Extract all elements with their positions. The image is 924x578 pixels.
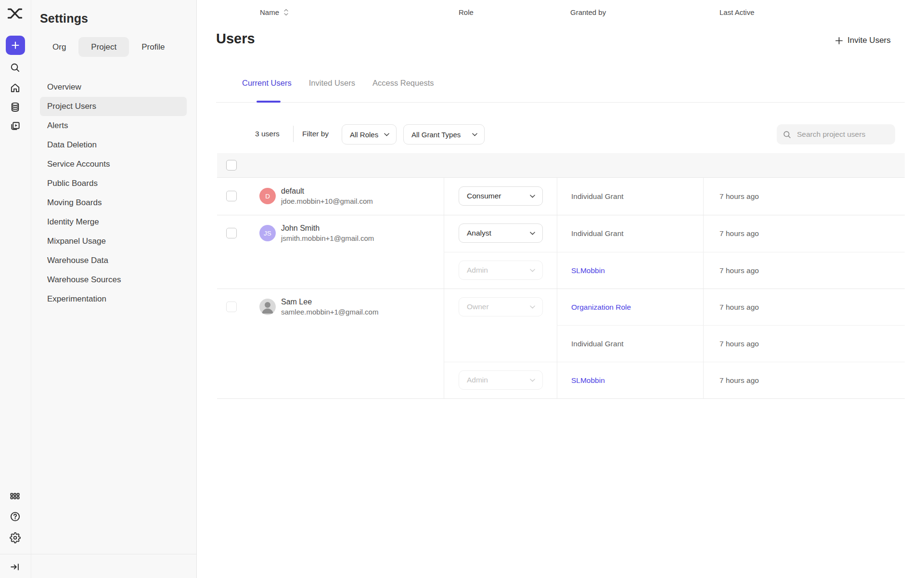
subrow-divider: [557, 325, 905, 326]
row-divider: [217, 215, 905, 215]
column-divider: [557, 177, 557, 398]
chevron-down-icon: [472, 133, 477, 136]
settings-gear-icon[interactable]: [7, 530, 23, 545]
tab-access-requests[interactable]: Access Requests: [372, 79, 434, 88]
plus-icon: [835, 37, 843, 45]
settings-scope-tabs: Org Project Profile: [40, 37, 184, 57]
sidebar-footer-divider: [0, 554, 196, 554]
tab-project[interactable]: Project: [78, 37, 129, 57]
granted-by-link[interactable]: SLMobbin: [571, 376, 605, 385]
all-grant-types-label: All Grant Types: [411, 131, 461, 139]
granted-by-value: Individual Grant: [571, 229, 624, 238]
last-active-value: 7 hours ago: [719, 266, 759, 275]
chevron-down-icon: [384, 133, 389, 136]
last-active-value: 7 hours ago: [719, 229, 759, 238]
select-all-checkbox[interactable]: [226, 160, 237, 171]
user-email: samlee.mobbin+1@gmail.com: [281, 307, 378, 317]
user-count: 3 users: [255, 130, 280, 138]
tab-profile[interactable]: Profile: [129, 37, 177, 57]
table-bottom-border: [217, 398, 905, 399]
all-roles-label: All Roles: [350, 131, 378, 139]
filter-divider: [293, 126, 294, 142]
tabs-divider: [216, 102, 905, 103]
settings-title: Settings: [40, 12, 88, 26]
user-name: John Smith: [281, 223, 374, 233]
column-header-last-active: Last Active: [719, 0, 755, 24]
create-new-button[interactable]: [6, 36, 25, 55]
invite-users-button[interactable]: Invite Users: [835, 34, 891, 47]
sidebar-item-data-deletion[interactable]: Data Deletion: [40, 135, 187, 155]
column-header-role: Role: [459, 0, 474, 24]
active-tab-underline: [257, 101, 281, 103]
role-select[interactable]: Consumer: [459, 186, 543, 206]
settings-nav: Overview Project Users Alerts Data Delet…: [40, 78, 187, 309]
all-roles-dropdown[interactable]: All Roles: [342, 124, 397, 144]
home-icon[interactable]: [7, 80, 23, 95]
tab-org[interactable]: Org: [40, 37, 78, 57]
last-active-value: 7 hours ago: [719, 376, 759, 385]
user-email: jdoe.mobbin+10@gmail.com: [281, 196, 373, 206]
apps-grid-icon[interactable]: [7, 488, 23, 504]
user-name: default: [281, 186, 373, 196]
mixpanel-logo-icon[interactable]: [7, 6, 23, 21]
last-active-value: 7 hours ago: [719, 303, 759, 312]
row-checkbox[interactable]: [226, 191, 237, 201]
granted-by-link[interactable]: SLMobbin: [571, 266, 605, 275]
filter-by-label: Filter by: [302, 130, 329, 138]
column-header-name: Name: [260, 0, 289, 24]
sidebar-item-moving-boards[interactable]: Moving Boards: [40, 193, 187, 212]
users-tabs: Current Users Invited Users Access Reque…: [242, 79, 434, 88]
column-divider: [444, 177, 444, 398]
invite-users-label: Invite Users: [847, 36, 891, 45]
boards-icon[interactable]: [7, 118, 23, 133]
row-checkbox[interactable]: [226, 228, 237, 238]
tab-invited-users[interactable]: Invited Users: [309, 79, 355, 88]
collapse-sidebar-icon[interactable]: [7, 559, 23, 575]
search-project-users: [777, 124, 895, 144]
avatar: JS: [259, 225, 276, 241]
search-icon[interactable]: [7, 60, 23, 75]
subrow-divider: [444, 252, 905, 252]
search-input[interactable]: [796, 130, 889, 139]
column-header-granted-by: Granted by: [570, 0, 606, 24]
subrow-divider: [444, 362, 905, 362]
last-active-value: 7 hours ago: [719, 192, 759, 201]
sidebar-item-public-boards[interactable]: Public Boards: [40, 174, 187, 193]
all-grant-types-dropdown[interactable]: All Grant Types: [403, 124, 485, 144]
avatar: D: [259, 188, 276, 204]
avatar-photo: [259, 299, 276, 315]
search-icon: [783, 130, 792, 139]
sidebar-item-identity-merge[interactable]: Identity Merge: [40, 212, 187, 232]
settings-page: Settings Org Project Profile Overview Pr…: [0, 0, 924, 578]
role-select-disabled: Admin: [459, 370, 543, 390]
user-email: jsmith.mobbin+1@gmail.com: [281, 233, 374, 243]
sidebar-item-warehouse-data[interactable]: Warehouse Data: [40, 251, 187, 270]
sidebar-item-overview[interactable]: Overview: [40, 78, 187, 97]
sidebar-item-warehouse-sources[interactable]: Warehouse Sources: [40, 270, 187, 289]
role-select-disabled: Admin: [459, 261, 543, 280]
sidebar-item-project-users[interactable]: Project Users: [40, 97, 187, 116]
sidebar-item-alerts[interactable]: Alerts: [40, 116, 187, 135]
sort-icon[interactable]: [283, 9, 289, 16]
role-select[interactable]: Analyst: [459, 223, 543, 243]
help-icon[interactable]: [7, 509, 23, 524]
column-divider: [703, 177, 704, 398]
page-title: Users: [216, 31, 255, 47]
table-header: [217, 153, 905, 178]
database-icon[interactable]: [7, 99, 23, 115]
user-name: Sam Lee: [281, 297, 378, 307]
last-active-value: 7 hours ago: [719, 340, 759, 348]
row-checkbox-disabled: [226, 302, 237, 312]
sidebar-item-experimentation[interactable]: Experimentation: [40, 289, 187, 309]
granted-by-link[interactable]: Organization Role: [571, 303, 631, 312]
granted-by-value: Individual Grant: [571, 192, 624, 201]
sidebar-item-service-accounts[interactable]: Service Accounts: [40, 155, 187, 174]
role-select-disabled: Owner: [459, 297, 543, 316]
tab-current-users[interactable]: Current Users: [242, 79, 292, 88]
row-divider: [217, 289, 905, 289]
sidebar-item-mixpanel-usage[interactable]: Mixpanel Usage: [40, 232, 187, 251]
granted-by-value: Individual Grant: [571, 340, 624, 348]
